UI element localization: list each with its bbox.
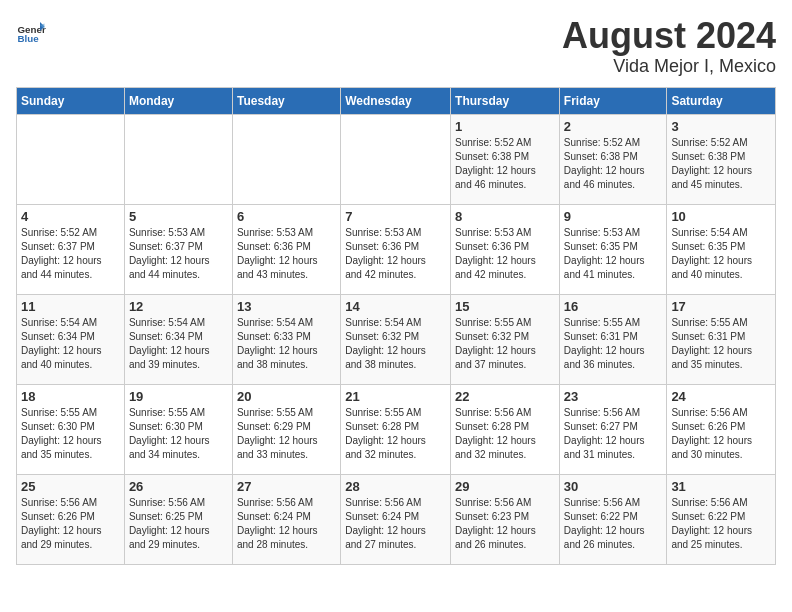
weekday-header-wednesday: Wednesday bbox=[341, 87, 451, 114]
svg-text:Blue: Blue bbox=[18, 33, 40, 44]
calendar-cell: 13Sunrise: 5:54 AM Sunset: 6:33 PM Dayli… bbox=[232, 294, 340, 384]
day-info: Sunrise: 5:52 AM Sunset: 6:38 PM Dayligh… bbox=[671, 136, 771, 192]
calendar-week-row: 18Sunrise: 5:55 AM Sunset: 6:30 PM Dayli… bbox=[17, 384, 776, 474]
day-info: Sunrise: 5:56 AM Sunset: 6:26 PM Dayligh… bbox=[671, 406, 771, 462]
weekday-header-thursday: Thursday bbox=[451, 87, 560, 114]
day-number: 11 bbox=[21, 299, 120, 314]
day-info: Sunrise: 5:55 AM Sunset: 6:29 PM Dayligh… bbox=[237, 406, 336, 462]
calendar-cell: 29Sunrise: 5:56 AM Sunset: 6:23 PM Dayli… bbox=[451, 474, 560, 564]
logo-icon: General Blue bbox=[16, 16, 46, 46]
day-info: Sunrise: 5:53 AM Sunset: 6:36 PM Dayligh… bbox=[345, 226, 446, 282]
day-number: 19 bbox=[129, 389, 228, 404]
day-number: 16 bbox=[564, 299, 663, 314]
day-number: 26 bbox=[129, 479, 228, 494]
calendar-week-row: 25Sunrise: 5:56 AM Sunset: 6:26 PM Dayli… bbox=[17, 474, 776, 564]
day-number: 4 bbox=[21, 209, 120, 224]
day-number: 15 bbox=[455, 299, 555, 314]
calendar-cell bbox=[232, 114, 340, 204]
calendar-cell: 12Sunrise: 5:54 AM Sunset: 6:34 PM Dayli… bbox=[124, 294, 232, 384]
day-number: 14 bbox=[345, 299, 446, 314]
calendar-cell: 17Sunrise: 5:55 AM Sunset: 6:31 PM Dayli… bbox=[667, 294, 776, 384]
weekday-header-sunday: Sunday bbox=[17, 87, 125, 114]
calendar-cell: 4Sunrise: 5:52 AM Sunset: 6:37 PM Daylig… bbox=[17, 204, 125, 294]
day-info: Sunrise: 5:56 AM Sunset: 6:28 PM Dayligh… bbox=[455, 406, 555, 462]
calendar-cell: 9Sunrise: 5:53 AM Sunset: 6:35 PM Daylig… bbox=[559, 204, 667, 294]
day-info: Sunrise: 5:54 AM Sunset: 6:33 PM Dayligh… bbox=[237, 316, 336, 372]
day-number: 28 bbox=[345, 479, 446, 494]
day-info: Sunrise: 5:55 AM Sunset: 6:31 PM Dayligh… bbox=[671, 316, 771, 372]
day-number: 8 bbox=[455, 209, 555, 224]
calendar-table: SundayMondayTuesdayWednesdayThursdayFrid… bbox=[16, 87, 776, 565]
day-info: Sunrise: 5:55 AM Sunset: 6:31 PM Dayligh… bbox=[564, 316, 663, 372]
day-info: Sunrise: 5:52 AM Sunset: 6:38 PM Dayligh… bbox=[564, 136, 663, 192]
calendar-cell bbox=[17, 114, 125, 204]
title-block: August 2024 Vida Mejor I, Mexico bbox=[562, 16, 776, 77]
calendar-cell: 31Sunrise: 5:56 AM Sunset: 6:22 PM Dayli… bbox=[667, 474, 776, 564]
calendar-cell: 10Sunrise: 5:54 AM Sunset: 6:35 PM Dayli… bbox=[667, 204, 776, 294]
day-number: 5 bbox=[129, 209, 228, 224]
day-info: Sunrise: 5:54 AM Sunset: 6:32 PM Dayligh… bbox=[345, 316, 446, 372]
weekday-header-row: SundayMondayTuesdayWednesdayThursdayFrid… bbox=[17, 87, 776, 114]
day-number: 20 bbox=[237, 389, 336, 404]
calendar-cell: 7Sunrise: 5:53 AM Sunset: 6:36 PM Daylig… bbox=[341, 204, 451, 294]
calendar-cell: 14Sunrise: 5:54 AM Sunset: 6:32 PM Dayli… bbox=[341, 294, 451, 384]
day-number: 31 bbox=[671, 479, 771, 494]
day-number: 7 bbox=[345, 209, 446, 224]
calendar-cell: 30Sunrise: 5:56 AM Sunset: 6:22 PM Dayli… bbox=[559, 474, 667, 564]
calendar-cell: 18Sunrise: 5:55 AM Sunset: 6:30 PM Dayli… bbox=[17, 384, 125, 474]
day-number: 25 bbox=[21, 479, 120, 494]
day-number: 27 bbox=[237, 479, 336, 494]
calendar-cell: 6Sunrise: 5:53 AM Sunset: 6:36 PM Daylig… bbox=[232, 204, 340, 294]
calendar-cell: 20Sunrise: 5:55 AM Sunset: 6:29 PM Dayli… bbox=[232, 384, 340, 474]
day-number: 17 bbox=[671, 299, 771, 314]
day-info: Sunrise: 5:52 AM Sunset: 6:37 PM Dayligh… bbox=[21, 226, 120, 282]
calendar-cell: 28Sunrise: 5:56 AM Sunset: 6:24 PM Dayli… bbox=[341, 474, 451, 564]
calendar-cell: 22Sunrise: 5:56 AM Sunset: 6:28 PM Dayli… bbox=[451, 384, 560, 474]
day-info: Sunrise: 5:56 AM Sunset: 6:27 PM Dayligh… bbox=[564, 406, 663, 462]
day-info: Sunrise: 5:56 AM Sunset: 6:25 PM Dayligh… bbox=[129, 496, 228, 552]
day-info: Sunrise: 5:52 AM Sunset: 6:38 PM Dayligh… bbox=[455, 136, 555, 192]
weekday-header-monday: Monday bbox=[124, 87, 232, 114]
day-number: 18 bbox=[21, 389, 120, 404]
day-info: Sunrise: 5:54 AM Sunset: 6:34 PM Dayligh… bbox=[21, 316, 120, 372]
day-info: Sunrise: 5:56 AM Sunset: 6:22 PM Dayligh… bbox=[671, 496, 771, 552]
calendar-cell: 21Sunrise: 5:55 AM Sunset: 6:28 PM Dayli… bbox=[341, 384, 451, 474]
calendar-title: August 2024 bbox=[562, 16, 776, 56]
day-info: Sunrise: 5:56 AM Sunset: 6:24 PM Dayligh… bbox=[345, 496, 446, 552]
calendar-cell: 16Sunrise: 5:55 AM Sunset: 6:31 PM Dayli… bbox=[559, 294, 667, 384]
weekday-header-tuesday: Tuesday bbox=[232, 87, 340, 114]
calendar-week-row: 11Sunrise: 5:54 AM Sunset: 6:34 PM Dayli… bbox=[17, 294, 776, 384]
calendar-week-row: 4Sunrise: 5:52 AM Sunset: 6:37 PM Daylig… bbox=[17, 204, 776, 294]
calendar-cell: 23Sunrise: 5:56 AM Sunset: 6:27 PM Dayli… bbox=[559, 384, 667, 474]
calendar-cell: 25Sunrise: 5:56 AM Sunset: 6:26 PM Dayli… bbox=[17, 474, 125, 564]
day-number: 9 bbox=[564, 209, 663, 224]
day-number: 2 bbox=[564, 119, 663, 134]
logo: General Blue bbox=[16, 16, 46, 46]
day-number: 10 bbox=[671, 209, 771, 224]
day-info: Sunrise: 5:53 AM Sunset: 6:35 PM Dayligh… bbox=[564, 226, 663, 282]
calendar-cell: 11Sunrise: 5:54 AM Sunset: 6:34 PM Dayli… bbox=[17, 294, 125, 384]
calendar-week-row: 1Sunrise: 5:52 AM Sunset: 6:38 PM Daylig… bbox=[17, 114, 776, 204]
day-number: 23 bbox=[564, 389, 663, 404]
day-info: Sunrise: 5:53 AM Sunset: 6:37 PM Dayligh… bbox=[129, 226, 228, 282]
day-info: Sunrise: 5:56 AM Sunset: 6:24 PM Dayligh… bbox=[237, 496, 336, 552]
day-number: 6 bbox=[237, 209, 336, 224]
day-number: 3 bbox=[671, 119, 771, 134]
calendar-cell: 27Sunrise: 5:56 AM Sunset: 6:24 PM Dayli… bbox=[232, 474, 340, 564]
day-info: Sunrise: 5:55 AM Sunset: 6:28 PM Dayligh… bbox=[345, 406, 446, 462]
calendar-cell: 24Sunrise: 5:56 AM Sunset: 6:26 PM Dayli… bbox=[667, 384, 776, 474]
page-header: General Blue August 2024 Vida Mejor I, M… bbox=[16, 16, 776, 77]
day-info: Sunrise: 5:56 AM Sunset: 6:26 PM Dayligh… bbox=[21, 496, 120, 552]
calendar-cell: 3Sunrise: 5:52 AM Sunset: 6:38 PM Daylig… bbox=[667, 114, 776, 204]
day-number: 12 bbox=[129, 299, 228, 314]
day-number: 30 bbox=[564, 479, 663, 494]
day-number: 29 bbox=[455, 479, 555, 494]
day-number: 21 bbox=[345, 389, 446, 404]
weekday-header-friday: Friday bbox=[559, 87, 667, 114]
day-info: Sunrise: 5:55 AM Sunset: 6:30 PM Dayligh… bbox=[21, 406, 120, 462]
day-info: Sunrise: 5:55 AM Sunset: 6:32 PM Dayligh… bbox=[455, 316, 555, 372]
day-info: Sunrise: 5:53 AM Sunset: 6:36 PM Dayligh… bbox=[455, 226, 555, 282]
day-number: 1 bbox=[455, 119, 555, 134]
calendar-subtitle: Vida Mejor I, Mexico bbox=[562, 56, 776, 77]
day-info: Sunrise: 5:54 AM Sunset: 6:35 PM Dayligh… bbox=[671, 226, 771, 282]
